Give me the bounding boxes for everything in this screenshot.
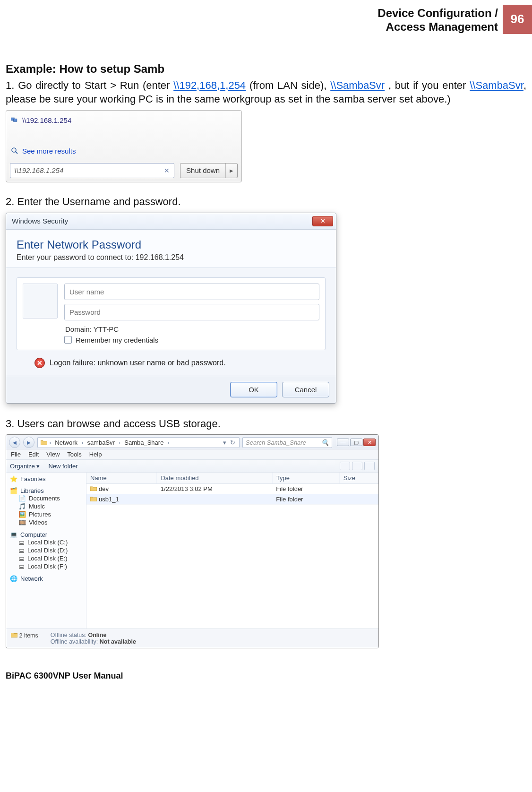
breadcrumb-network[interactable]: Network [53,439,79,446]
sidebar-libraries[interactable]: 🗂️ Libraries [10,487,84,494]
svg-point-2 [12,148,16,152]
search-result-row[interactable]: \\192.168.1.254 [10,114,238,126]
link-ip[interactable]: \\192,168,1,254 [173,79,246,91]
domain-label: Domain: YTT-PC [65,325,319,333]
step1-mid1: (from LAN side), [246,79,330,91]
disk-icon: 🖴 [18,563,25,570]
videos-icon: 🎞️ [18,519,26,526]
network-location-icon [11,116,18,124]
sidebar-item-pictures[interactable]: 🖼️Pictures [10,510,84,518]
svg-rect-1 [14,119,17,122]
svg-line-3 [16,152,17,154]
ok-button[interactable]: OK [230,382,277,397]
see-more-results[interactable]: See more results [10,145,238,157]
sidebar-item-documents[interactable]: 📄Documents [10,494,84,502]
menu-view[interactable]: View [46,451,60,458]
search-placeholder-text: Search Samba_Share [246,439,306,446]
new-folder-button[interactable]: New folder [48,463,77,470]
password-field[interactable] [64,304,319,320]
link-sambasvr-1[interactable]: \\SambaSvr [330,79,385,91]
window-close-button[interactable]: ✕ [363,439,376,446]
view-mode-button-1[interactable] [340,462,350,470]
file-type: File folder [272,494,339,505]
menu-edit[interactable]: Edit [28,451,39,458]
view-mode-button-2[interactable] [352,462,362,470]
sidebar-network[interactable]: 🌐 Network [10,575,84,582]
page-body: Example: How to setup Samb 1. Go directl… [0,34,532,663]
breadcrumb[interactable]: › Network › sambaSvr › Samba_Share › ▾ ↻ [37,437,240,448]
shutdown-button[interactable]: Shut down ▸ [180,163,238,178]
star-icon: ⭐ [10,475,17,482]
libraries-icon: 🗂️ [10,487,17,494]
music-icon: 🎵 [18,503,26,510]
figure-windows-security: Windows Security ✕ Enter Network Passwor… [6,213,336,404]
menu-file[interactable]: File [11,451,21,458]
user-avatar-icon [23,284,58,319]
credential-panel: Domain: YTT-PC Remember my credentials [17,277,326,350]
cancel-button[interactable]: Cancel [282,382,329,397]
sidebar-item-videos[interactable]: 🎞️Videos [10,518,84,526]
link-sambasvr-2[interactable]: \\SambaSvr [470,79,523,91]
arrow-left-icon: ◄ [12,439,18,446]
breadcrumb-samba-share[interactable]: Samba_Share [122,439,165,446]
folder-icon [41,439,47,445]
help-button[interactable] [364,462,375,470]
sidebar-item-disk-e[interactable]: 🖴Local Disk (E:) [10,554,84,562]
sidebar-computer[interactable]: 💻 Computer [10,531,84,538]
sidebar-item-disk-f[interactable]: 🖴Local Disk (F:) [10,562,84,570]
remember-credentials[interactable]: Remember my credentials [64,336,319,344]
status-item-count: 2 items [19,632,38,639]
nav-forward-button[interactable]: ► [23,437,34,448]
run-search-input[interactable] [10,163,174,178]
step-1-text: 1. Go directly to Start > Run (enter \\1… [6,78,526,106]
step1-prefix: 1. Go directly to Start > Run (enter [6,79,173,91]
breadcrumb-refresh-icon[interactable]: ↻ [229,439,236,446]
table-row[interactable]: dev 1/22/2013 3:02 PM File folder [86,484,378,494]
breadcrumb-dropdown-icon[interactable]: ▾ [222,439,227,446]
remember-checkbox[interactable] [64,336,72,344]
file-date [157,494,272,505]
breadcrumb-sambasvr[interactable]: sambaSvr [85,439,117,446]
shutdown-chevron-icon[interactable]: ▸ [225,164,237,178]
step-3-text: 3. Users can browse and access USB stora… [6,417,526,431]
file-name: dev [99,485,109,492]
menu-tools[interactable]: Tools [67,451,81,458]
folder-icon [11,632,17,637]
col-type[interactable]: Type [272,473,339,484]
maximize-button[interactable]: ▢ [350,439,362,446]
nav-back-button[interactable]: ◄ [9,437,20,448]
step1-mid2: , but if you enter [385,79,470,91]
clear-input-icon[interactable]: ✕ [164,167,175,174]
minimize-button[interactable]: — [337,439,349,446]
sidebar-item-music[interactable]: 🎵Music [10,502,84,510]
example-heading: Example: How to setup Samb [6,62,526,76]
chevron-right-icon: › [119,439,120,446]
col-date[interactable]: Date modified [157,473,272,484]
file-size [339,494,378,505]
error-text: Logon failure: unknown user name or bad … [50,359,226,367]
see-more-results-label: See more results [22,147,76,155]
col-size[interactable]: Size [339,473,378,484]
organize-button[interactable]: Organize ▾ [10,463,40,470]
sidebar-item-disk-d[interactable]: 🖴Local Disk (D:) [10,546,84,554]
sidebar-favorites[interactable]: ⭐ Favorites [10,475,84,482]
page-number-badge: 96 [503,5,532,34]
close-button[interactable]: ✕ [312,216,333,226]
computer-icon: 💻 [10,531,17,538]
sidebar-item-disk-c[interactable]: 🖴Local Disk (C:) [10,538,84,546]
sidebar-network-label: Network [20,575,43,582]
explorer-search-input[interactable]: Search Samba_Share 🔍 [242,437,332,448]
status-bar: 2 items Offline status: Online Offline a… [6,628,378,648]
page-footer: BiPAC 6300VNP User Manual [0,663,532,688]
col-name[interactable]: Name [86,473,157,484]
dialog-header: Enter Network Password Enter your passwo… [6,230,336,268]
network-icon: 🌐 [10,575,17,582]
disk-icon: 🖴 [18,539,25,546]
status-offline-avail-value: Not available [100,638,136,645]
status-offline-avail-label: Offline availability: [51,638,98,645]
figure-explorer: ◄ ► › Network › sambaSvr › Samba_Share ›… [6,434,379,648]
menu-help[interactable]: Help [89,451,102,458]
arrow-right-icon: ► [26,439,32,446]
table-row[interactable]: usb1_1 File folder [86,494,378,505]
username-field[interactable] [64,284,319,300]
